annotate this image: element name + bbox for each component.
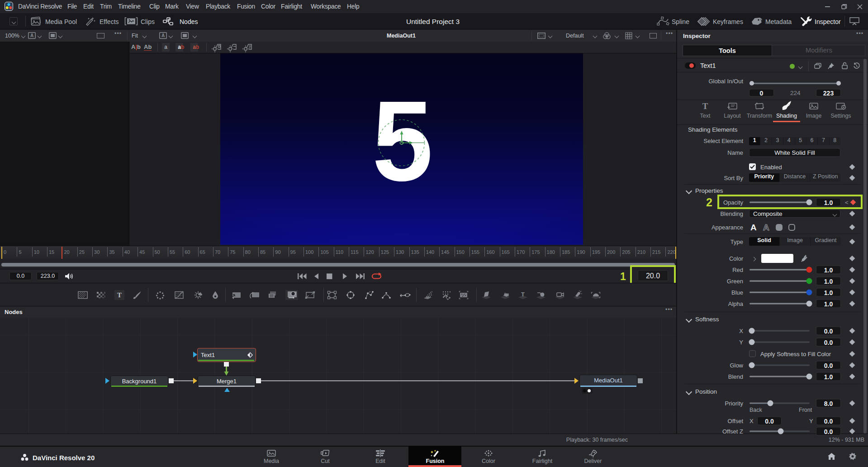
svg-text:T: T [702,101,708,111]
svg-text:T: T [117,291,122,299]
svg-text:T: T [521,291,525,298]
svg-text:A: A [161,33,165,38]
svg-text:A: A [30,33,33,38]
